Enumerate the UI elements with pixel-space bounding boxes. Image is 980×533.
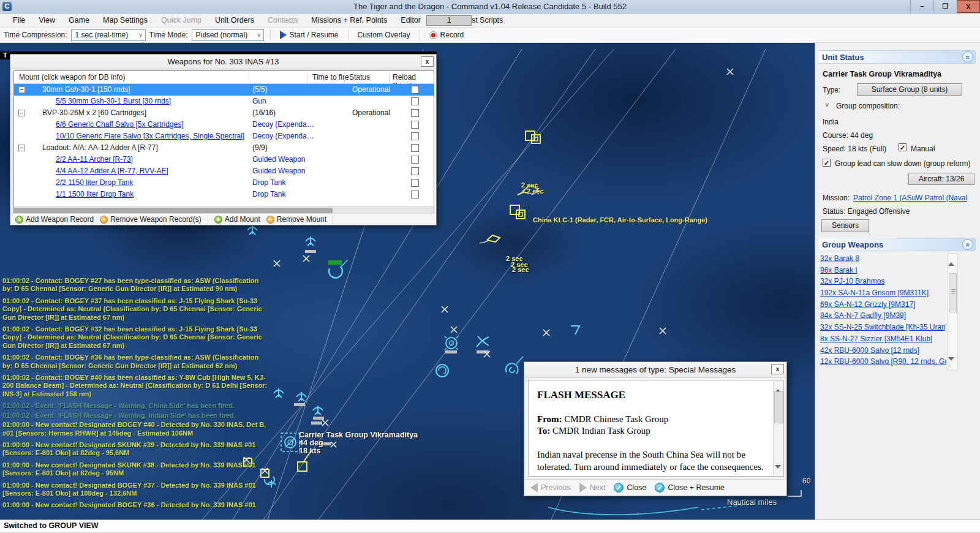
surface-contact-icon[interactable] — [436, 365, 448, 377]
unknown-aircraft-icon[interactable] — [480, 235, 500, 243]
weapon-label[interactable]: Loadout: A/A: AA-12 Adder A [R-77] — [42, 143, 158, 152]
menu-item[interactable]: Missions + Ref. Points — [304, 16, 394, 25]
add-mount-button[interactable]: + Add Mount — [214, 215, 260, 224]
reload-priority-checkbox[interactable] — [411, 132, 419, 140]
weapon-label[interactable]: 2/2 AA-11 Archer [R-73] — [56, 155, 133, 164]
close-message-button[interactable]: ✓ Close — [614, 483, 646, 493]
menu-item[interactable]: Quick Jump — [154, 16, 208, 25]
weapon-label[interactable]: 1/1 1500 liter Drop Tank — [56, 190, 134, 198]
start-resume-button[interactable]: Start / Resume — [277, 31, 342, 39]
menu-item[interactable]: Map Settings — [96, 16, 154, 25]
close-icon[interactable]: x — [771, 364, 784, 374]
weapon-row[interactable]: 5/5 30mm Gsh-30-1 Burst [30 rnds] Gun — [14, 96, 434, 107]
friendly-aircraft-icon[interactable] — [247, 225, 257, 235]
unknown-contact-cluster[interactable] — [510, 205, 525, 219]
weapon-label[interactable]: 10/10 Generic Flare Salvo [3x Cartridges… — [56, 132, 244, 140]
mission-link[interactable]: Patrol Zone 1 (ASuW Patrol (Naval — [853, 194, 967, 202]
time-mode-select[interactable]: Pulsed (normal) ˅ — [192, 29, 264, 41]
weapon-label[interactable]: 6/6 Generic Chaff Salvo [5x Cartridges] — [56, 120, 184, 129]
weapon-row[interactable]: 1/1 1500 liter Drop Tank Drop Tank — [14, 189, 434, 200]
reload-priority-checkbox[interactable] — [411, 86, 419, 94]
vertical-scrollbar[interactable] — [773, 380, 783, 476]
friendly-aircraft-icon[interactable] — [306, 236, 315, 246]
type-button[interactable]: Surface Group (8 units) — [857, 83, 962, 96]
close-resume-button[interactable]: ✓ Close + Resume — [655, 483, 725, 493]
collapse-panel-button[interactable]: « — [962, 51, 973, 62]
scrollbar-thumb[interactable] — [949, 273, 957, 312]
friendly-aircraft-icon[interactable] — [477, 336, 489, 347]
minimize-button[interactable]: – — [910, 0, 933, 13]
weapon-row[interactable]: 10/10 Generic Flare Salvo [3x Cartridges… — [14, 130, 434, 142]
horizontal-scrollbar[interactable] — [14, 206, 434, 213]
remove-mount-button[interactable]: – Remove Mount — [266, 215, 326, 224]
weapon-row[interactable]: 2/2 1150 liter Drop Tank Drop Tank — [14, 177, 434, 189]
scroll-down-icon[interactable] — [775, 469, 782, 476]
menu-item[interactable]: Contacts — [261, 16, 304, 25]
vertical-scrollbar[interactable] — [948, 253, 958, 371]
menu-item[interactable]: Unit Orders — [208, 16, 261, 25]
collapse-panel-button[interactable]: « — [962, 239, 973, 250]
scrollbar-thumb[interactable] — [14, 208, 333, 213]
weapon-label[interactable]: 4/4 AA-12 Adder A [R-77, RVV-AE] — [56, 167, 168, 175]
weapon-label[interactable]: 5/5 30mm Gsh-30-1 Burst [30 rnds] — [56, 97, 171, 105]
scrollbar-thumb[interactable] — [774, 391, 783, 423]
time-compression-select[interactable]: 1 sec (real-time) ˅ — [71, 29, 146, 41]
expander-icon[interactable] — [18, 145, 25, 151]
expander-icon[interactable] — [18, 86, 25, 93]
friendly-aircraft-icon[interactable] — [274, 388, 284, 398]
weapon-row[interactable]: 6/6 Generic Chaff Salvo [5x Cartridges] … — [14, 119, 434, 130]
sensors-button[interactable]: Sensors — [821, 219, 869, 232]
group-weapon-link[interactable]: 84x SA-N-7 Gadfly [9M38] — [820, 311, 946, 323]
friendly-aircraft-icon[interactable] — [313, 406, 323, 415]
reload-priority-checkbox[interactable] — [411, 179, 419, 187]
weapon-row[interactable]: 30mm Gsh-30-1 [150 rnds] (5/5) Operation… — [14, 84, 434, 96]
weapon-label[interactable]: BVP-30-26M x 2 [60 Cartridges] — [42, 108, 146, 117]
friendly-aircraft-icon[interactable] — [296, 392, 306, 401]
group-weapon-link[interactable]: 8x SS-N-27 Sizzler [3M54E1 Klub] — [820, 335, 946, 346]
scroll-up-icon[interactable] — [775, 380, 782, 388]
group-weapon-link[interactable]: 42x RBU-6000 Salvo [12 rnds] — [820, 346, 946, 358]
friendly-aircraft-icon[interactable] — [571, 326, 579, 335]
special-messages-dialog[interactable]: 1 new messages of type: Special Messages… — [524, 361, 787, 496]
reload-priority-checkbox[interactable] — [411, 156, 419, 164]
next-button[interactable]: Next — [579, 483, 606, 493]
weapon-label[interactable]: 30mm Gsh-30-1 [150 rnds] — [42, 85, 130, 94]
close-icon[interactable]: x — [421, 56, 434, 67]
expander-icon[interactable] — [18, 110, 25, 116]
group-weapon-link[interactable]: 96x Barak I — [820, 266, 946, 278]
weapon-row[interactable]: BVP-30-26M x 2 [60 Cartridges] (16/16) O… — [14, 107, 434, 119]
weapon-label[interactable]: 2/2 1150 liter Drop Tank — [56, 178, 133, 187]
close-button[interactable]: X — [957, 0, 980, 13]
test-scripts-counter[interactable]: 1 — [426, 15, 472, 26]
weapons-dialog[interactable]: Weapons for No. 303 INAS #13 x Mount (cl… — [10, 54, 437, 225]
reload-priority-checkbox[interactable] — [411, 109, 419, 117]
weapon-row[interactable]: Loadout: A/A: AA-12 Adder A [R-77] (9/9) — [14, 142, 434, 154]
menu-item[interactable]: File — [6, 16, 32, 25]
manual-speed-checkbox[interactable]: ✓ — [899, 143, 907, 151]
previous-button[interactable]: Previous — [530, 483, 571, 493]
custom-overlay-button[interactable]: Custom Overlay — [355, 31, 413, 39]
add-weapon-record-button[interactable]: + Add Weapon Record — [15, 215, 94, 224]
group-weapon-link[interactable]: 32x PJ-10 Brahmos — [820, 277, 946, 289]
maximize-button[interactable]: ❐ — [933, 0, 957, 13]
reload-priority-checkbox[interactable] — [411, 121, 419, 129]
scroll-down-icon[interactable] — [948, 361, 957, 370]
group-weapon-link[interactable]: 32x SS-N-25 Switchblade [Kh-35 Uran] — [820, 323, 946, 335]
weapon-row[interactable]: 4/4 AA-12 Adder A [R-77, RVV-AE] Guided … — [14, 165, 434, 177]
record-button[interactable]: Record — [426, 31, 467, 39]
group-weapon-link[interactable]: 69x SA-N-12 Grizzly [9M317] — [820, 300, 946, 312]
reload-priority-checkbox[interactable] — [411, 144, 419, 152]
group-weapon-link[interactable]: 32x Barak 8 — [820, 254, 946, 266]
menu-item[interactable]: Editor — [394, 16, 428, 25]
aircraft-button[interactable]: Aircraft: 13/26 — [908, 173, 974, 185]
group-lead-checkbox[interactable]: ✓ — [823, 159, 831, 167]
menu-item[interactable]: View — [32, 16, 62, 25]
chevron-down-icon[interactable]: ˅ — [825, 101, 829, 108]
remove-weapon-record-button[interactable]: – Remove Weapon Record(s) — [100, 215, 202, 224]
group-composition-toggle[interactable]: Group composition: — [836, 102, 900, 110]
surface-contact-icon[interactable] — [506, 357, 523, 374]
reload-priority-checkbox[interactable] — [411, 191, 419, 198]
group-weapon-link[interactable]: 192x SA-N-11a Grisom [9M311K] — [820, 289, 946, 300]
weapon-row[interactable]: 2/2 AA-11 Archer [R-73] Guided Weapon — [14, 154, 434, 165]
reload-priority-checkbox[interactable] — [411, 97, 419, 105]
